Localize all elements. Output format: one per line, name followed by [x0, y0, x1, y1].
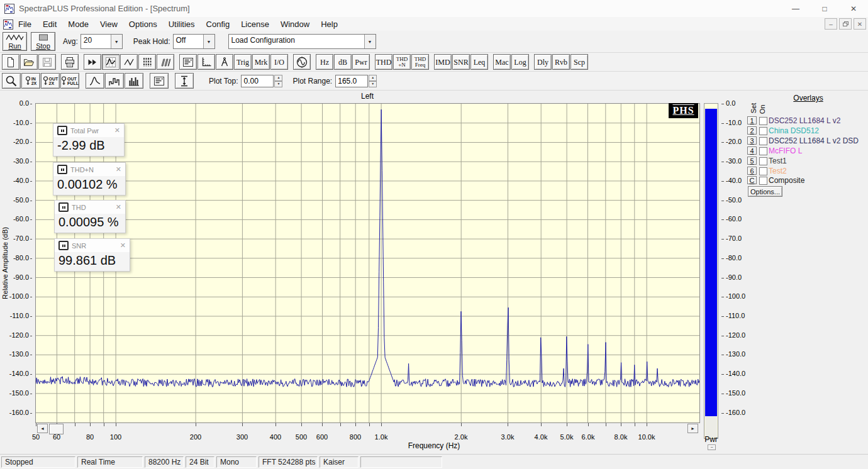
stop-button[interactable]: Stop — [31, 32, 55, 51]
trigger-button[interactable]: Trig — [234, 54, 252, 70]
x-tick-label: 5.0k — [560, 433, 574, 441]
chevron-down-icon[interactable]: ▼ — [364, 35, 376, 48]
menu-config[interactable]: Config — [201, 18, 236, 30]
peak-hold-select[interactable]: Off ▼ — [173, 34, 215, 49]
menu-utilities[interactable]: Utilities — [163, 18, 201, 30]
x-tick-label: 400 — [270, 433, 281, 441]
overlay-set-button-1[interactable]: 1 — [747, 116, 757, 124]
overlay-set-button-5[interactable]: 5 — [747, 157, 757, 165]
db-button[interactable]: dB — [334, 54, 352, 70]
close-icon[interactable]: ✕ — [114, 127, 120, 134]
overlay-set-button-2[interactable]: 2 — [747, 126, 757, 135]
io-button[interactable]: I/O — [270, 54, 288, 70]
plot-range-spinner[interactable]: ▲▼ — [369, 75, 377, 87]
overlay-on-checkbox-1[interactable] — [759, 117, 767, 125]
thd-n-button[interactable]: THD+N — [393, 54, 411, 70]
plot-top-input[interactable] — [241, 75, 274, 87]
avg-select[interactable]: 20 ▼ — [81, 34, 123, 49]
display-settings-icon[interactable] — [179, 54, 197, 70]
close-icon[interactable]: ✕ — [839, 0, 868, 17]
scrollbar-thumb[interactable] — [49, 424, 64, 434]
overlay-on-checkbox-6[interactable] — [759, 167, 767, 175]
overlay-on-checkbox-5[interactable] — [759, 157, 767, 165]
scroll-right-icon[interactable]: ► — [687, 424, 698, 433]
log-button[interactable]: Log — [511, 54, 529, 70]
menu-help[interactable]: Help — [315, 18, 343, 30]
overlay-set-button-3[interactable]: 3 — [747, 136, 757, 145]
minimize-icon[interactable]: — — [781, 0, 810, 17]
imd-button[interactable]: IMD — [434, 54, 452, 70]
save-icon[interactable] — [38, 54, 56, 70]
mdi-close-icon[interactable]: ✕ — [854, 18, 866, 30]
open-file-icon[interactable] — [20, 54, 38, 70]
load-configuration-select[interactable]: Load Configuration ▼ — [228, 34, 376, 49]
leq-button[interactable]: Leq — [470, 54, 488, 70]
surface-view-icon[interactable] — [157, 54, 174, 70]
spin-down-icon[interactable]: ▼ — [369, 81, 377, 87]
calibration-icon[interactable] — [216, 54, 233, 70]
spin-down-icon[interactable]: ▼ — [274, 81, 282, 87]
overlay-set-button-c[interactable]: C — [747, 176, 757, 184]
overlay-on-checkbox-c[interactable] — [759, 177, 767, 185]
mdi-restore-icon[interactable] — [839, 18, 852, 30]
maximize-icon[interactable]: □ — [810, 0, 839, 17]
zoom-in-2x-icon[interactable]: IN2X — [21, 73, 40, 89]
overlay-set-button-4[interactable]: 4 — [747, 146, 757, 155]
overlays-options-button[interactable]: Options... — [748, 186, 782, 197]
plot-range-input[interactable] — [335, 75, 368, 87]
chevron-down-icon[interactable]: ▼ — [203, 35, 214, 48]
overlay-on-checkbox-4[interactable] — [759, 147, 767, 155]
overlay-set-button-6[interactable]: 6 — [747, 167, 757, 175]
scroll-left-icon[interactable]: ◄ — [37, 424, 48, 433]
y-tick-label: -20.0 — [0, 138, 32, 145]
thd-freq-button[interactable]: THDFreq — [411, 54, 429, 70]
run-button[interactable]: Run — [3, 32, 27, 51]
spectrum-view-icon[interactable] — [102, 54, 120, 70]
mac-button[interactable]: Mac — [493, 54, 511, 70]
new-file-icon[interactable] — [2, 54, 19, 70]
pwr-button[interactable]: Pwr — [352, 54, 370, 70]
plot-canvas[interactable] — [35, 103, 700, 423]
bar-plot-icon[interactable] — [125, 73, 143, 89]
zoom-out-2x-icon[interactable]: OUT2X — [41, 73, 60, 89]
scale-icon[interactable] — [198, 54, 215, 70]
step-plot-icon[interactable] — [105, 73, 124, 89]
vertical-range-icon[interactable] — [175, 73, 194, 89]
overlay-on-checkbox-3[interactable] — [759, 137, 767, 145]
curve-plot-icon[interactable] — [86, 73, 104, 89]
zoom-icon[interactable] — [2, 73, 21, 89]
zoom-out-full-icon[interactable]: OUTFULL — [60, 73, 79, 89]
plot-options-icon[interactable] — [150, 73, 169, 89]
menu-view[interactable]: View — [94, 18, 123, 30]
overlay-on-checkbox-2[interactable] — [759, 127, 767, 135]
plot-top-spinner[interactable]: ▲▼ — [274, 75, 282, 87]
spin-up-icon[interactable]: ▲ — [369, 75, 377, 81]
rvb-button[interactable]: Rvb — [552, 54, 570, 70]
plot-grid-svg — [36, 104, 699, 422]
spin-up-icon[interactable]: ▲ — [274, 75, 282, 81]
fast-forward-icon[interactable] — [84, 54, 101, 70]
close-icon[interactable]: ✕ — [120, 242, 126, 249]
menu-mode[interactable]: Mode — [62, 18, 94, 30]
menu-edit[interactable]: Edit — [37, 18, 62, 30]
scp-button[interactable]: Scp — [570, 54, 588, 70]
time-series-view-icon[interactable] — [120, 54, 138, 70]
dly-button[interactable]: Dly — [534, 54, 552, 70]
signal-generator-icon[interactable] — [293, 54, 311, 70]
close-icon[interactable]: ✕ — [116, 204, 121, 211]
chevron-down-icon[interactable]: ▼ — [111, 35, 122, 48]
snr-button[interactable]: SNR — [452, 54, 470, 70]
x-tick-label: 800 — [350, 433, 361, 441]
menu-license[interactable]: License — [235, 18, 275, 30]
close-icon[interactable]: ✕ — [116, 166, 121, 173]
spectrogram-view-icon[interactable] — [138, 54, 156, 70]
thd-button[interactable]: THD — [375, 54, 392, 70]
menu-file[interactable]: File — [13, 18, 37, 30]
mdi-minimize-icon[interactable]: – — [825, 18, 837, 30]
marker-button[interactable]: Mrk — [252, 54, 270, 70]
power-meter-collapse-button[interactable]: − — [708, 444, 716, 450]
menu-window[interactable]: Window — [275, 18, 315, 30]
hz-button[interactable]: Hz — [316, 54, 333, 70]
print-icon[interactable] — [61, 54, 79, 70]
menu-options[interactable]: Options — [123, 18, 163, 30]
